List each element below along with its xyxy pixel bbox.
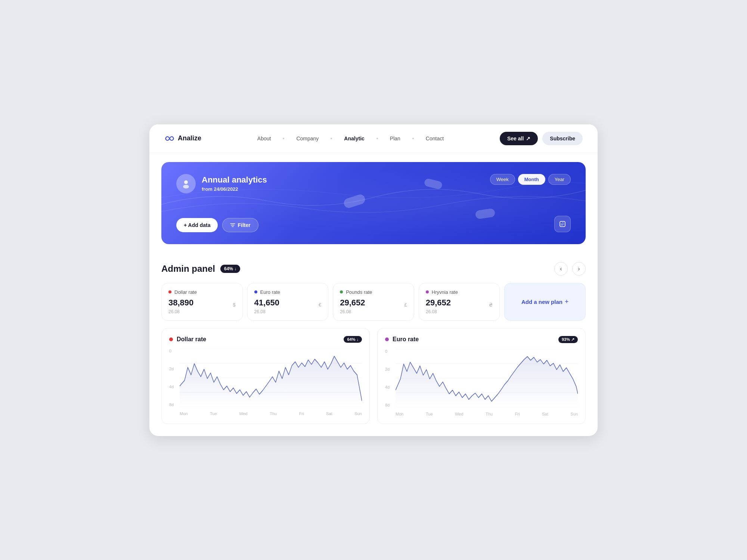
dollar-chart-dot <box>169 337 173 341</box>
rate-card-hryvnia: Hryvnia rate 29,652 ₴ 26.08 <box>419 283 500 321</box>
hero-banner: Annual analytics from 24/06/2022 Week Mo… <box>161 162 586 244</box>
nav-link-plan[interactable]: Plan <box>390 136 400 141</box>
euro-chart-title-row: Euro rate <box>385 336 419 343</box>
nav-logo: Analize <box>164 134 201 142</box>
euro-dot <box>254 290 257 293</box>
admin-title-row: Admin panel 64% ↓ <box>161 264 240 274</box>
charts-row: Dollar rate 64% ↓ 8d 4d 2d 0 <box>161 328 586 424</box>
see-all-button[interactable]: See all ↗ <box>500 132 538 145</box>
dollar-dot <box>168 290 171 293</box>
euro-label: Euro rate <box>260 289 280 295</box>
nav-link-company[interactable]: Company <box>296 136 319 141</box>
hryvnia-currency: ₴ <box>489 302 493 308</box>
dollar-chart-title-row: Dollar rate <box>169 336 206 343</box>
add-icon: + <box>565 298 569 306</box>
nav-separator <box>412 138 414 139</box>
svg-point-0 <box>184 180 188 184</box>
period-tab-year[interactable]: Year <box>548 174 571 185</box>
subscribe-button[interactable]: Subscribe <box>542 132 583 145</box>
euro-chart-badge: 93% ↗ <box>558 336 578 343</box>
euro-chart-dot <box>385 337 389 341</box>
add-plan-text: Add a new plan + <box>521 298 569 306</box>
nav-link-contact[interactable]: Contact <box>426 136 444 141</box>
add-data-button[interactable]: + Add data <box>176 218 218 232</box>
dollar-chart-card: Dollar rate 64% ↓ 8d 4d 2d 0 <box>161 328 370 424</box>
dollar-chart-badge: 64% ↓ <box>344 336 362 343</box>
hero-title: Annual analytics <box>202 175 267 185</box>
nav-separator <box>283 138 284 139</box>
logo-icon <box>164 135 175 142</box>
pounds-dot <box>340 290 343 293</box>
rate-card-pounds-header: Pounds rate <box>340 289 407 295</box>
avatar <box>176 174 196 193</box>
dollar-label: Dollar rate <box>174 289 197 295</box>
rate-card-dollar-header: Dollar rate <box>168 289 236 295</box>
hryvnia-label: Hryvnia rate <box>432 289 458 295</box>
rate-cards: Dollar rate 38,890 $ 26.08 Euro rate 41,… <box>161 283 586 321</box>
dollar-currency: $ <box>233 302 235 308</box>
pounds-currency: £ <box>405 302 407 308</box>
period-tab-month[interactable]: Month <box>518 174 545 185</box>
main-content: Admin panel 64% ↓ ‹ › Dollar rate 38,890… <box>149 253 598 436</box>
pounds-label: Pounds rate <box>346 289 372 295</box>
svg-point-1 <box>183 185 189 189</box>
dollar-value: 38,890 <box>168 298 193 308</box>
hero-pill-1 <box>343 193 366 209</box>
dollar-chart-title: Dollar rate <box>177 336 206 343</box>
euro-chart-card: Euro rate 93% ↗ 8d 4d 2d 0 <box>377 328 586 424</box>
hero-subtitle: from 24/06/2022 <box>202 186 267 192</box>
nav-separator <box>331 138 332 139</box>
nav-arrows: ‹ › <box>554 262 586 276</box>
pounds-date: 26.08 <box>340 309 407 314</box>
add-plan-card[interactable]: Add a new plan + <box>504 283 586 321</box>
dollar-chart-area: 8d 4d 2d 0 <box>169 349 362 416</box>
euro-y-labels: 8d 4d 2d 0 <box>385 349 393 407</box>
edit-icon <box>559 221 566 227</box>
nav-links: About Company Analytic Plan Contact <box>257 136 444 141</box>
hero-date: 24/06/2022 <box>214 186 238 192</box>
hero-actions: + Add data Filter <box>176 218 258 232</box>
admin-badge: 64% ↓ <box>220 265 240 273</box>
euro-date: 26.08 <box>254 309 322 314</box>
admin-header: Admin panel 64% ↓ ‹ › <box>161 262 586 276</box>
app-name: Analize <box>178 134 201 142</box>
hryvnia-value-row: 29,652 ₴ <box>426 298 493 308</box>
hero-bottom: + Add data Filter <box>176 216 571 232</box>
rate-card-euro-header: Euro rate <box>254 289 322 295</box>
hero-title-block: Annual analytics from 24/06/2022 <box>202 175 267 192</box>
dollar-date: 26.08 <box>168 309 236 314</box>
euro-value: 41,650 <box>254 298 279 308</box>
hryvnia-dot <box>426 290 429 293</box>
hryvnia-date: 26.08 <box>426 309 493 314</box>
hero-period-tabs: Week Month Year <box>490 174 571 185</box>
nav-link-about[interactable]: About <box>257 136 271 141</box>
pounds-value: 29,652 <box>340 298 365 308</box>
nav-actions: See all ↗ Subscribe <box>500 132 583 145</box>
euro-currency: € <box>319 302 321 308</box>
next-button[interactable]: › <box>572 262 586 276</box>
edit-button[interactable] <box>554 216 571 232</box>
nav-link-analytic[interactable]: Analytic <box>344 136 364 141</box>
euro-chart-header: Euro rate 93% ↗ <box>385 336 578 343</box>
euro-value-row: 41,650 € <box>254 298 322 308</box>
dollar-svg-wrap <box>180 349 362 407</box>
rate-card-dollar: Dollar rate 38,890 $ 26.08 <box>161 283 243 321</box>
hero-user: Annual analytics from 24/06/2022 <box>176 174 267 193</box>
filter-icon <box>230 223 235 228</box>
period-tab-week[interactable]: Week <box>490 174 515 185</box>
euro-chart-area: 8d 4d 2d 0 <box>385 349 578 416</box>
euro-x-labels: Mon Tue Wed Thu Fri Sat Sun <box>396 412 578 416</box>
navbar: Analize About Company Analytic Plan Cont… <box>149 124 598 153</box>
arrow-icon: ↗ <box>526 136 530 141</box>
euro-chart-title: Euro rate <box>393 336 419 343</box>
filter-button[interactable]: Filter <box>222 218 258 232</box>
hryvnia-value: 29,652 <box>426 298 451 308</box>
prev-button[interactable]: ‹ <box>554 262 568 276</box>
nav-separator <box>376 138 378 139</box>
admin-title: Admin panel <box>161 264 215 274</box>
add-plan-label: Add a new plan <box>521 299 562 305</box>
rate-card-euro: Euro rate 41,650 € 26.08 <box>247 283 329 321</box>
dollar-value-row: 38,890 $ <box>168 298 236 308</box>
dollar-chart-header: Dollar rate 64% ↓ <box>169 336 362 343</box>
euro-svg-wrap <box>396 349 578 407</box>
